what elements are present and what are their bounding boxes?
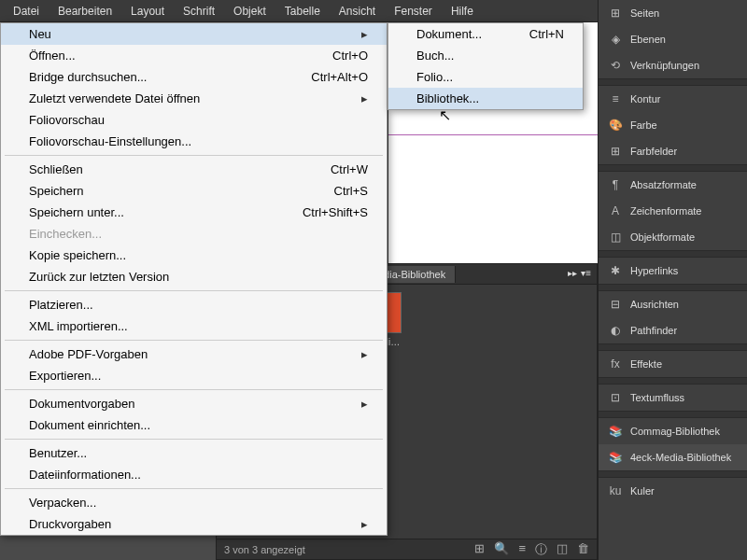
- panel-label: Kontur: [630, 93, 660, 105]
- panel-item-Kontur[interactable]: ≡Kontur: [599, 86, 747, 112]
- panel-icon: ⟲: [608, 58, 623, 73]
- library-footer: 3 von 3 angezeigt ⊞ 🔍 ≡ ⓘ ◫ 🗑: [217, 539, 597, 559]
- panel-label: Kuler: [630, 485, 655, 497]
- menu-bearbeiten[interactable]: Bearbeiten: [49, 1, 121, 21]
- panel-item-Pathfinder[interactable]: ◐Pathfinder: [599, 317, 747, 343]
- library-count: 3 von 3 angezeigt: [224, 544, 305, 555]
- file-menu-item-20[interactable]: Dokumentvorgaben▸: [1, 393, 387, 414]
- file-menu-item-1[interactable]: Öffnen...Ctrl+O: [1, 45, 387, 66]
- file-menu-item-24[interactable]: Dateiinformationen...: [1, 464, 387, 485]
- menu-schrift[interactable]: Schrift: [174, 1, 224, 21]
- panel-icon: ¶: [608, 177, 623, 192]
- file-menu-item-4[interactable]: Foliovorschau: [1, 109, 387, 131]
- panel-icon: A: [608, 203, 623, 218]
- panel-icon: ku: [608, 483, 623, 498]
- panel-label: Effekte: [630, 358, 662, 370]
- panel-item-Ebenen[interactable]: ◈Ebenen: [599, 26, 747, 52]
- file-menu-item-3[interactable]: Zuletzt verwendete Datei öffnen▸: [1, 88, 387, 109]
- panel-icon: 📚: [608, 450, 623, 465]
- panel-label: Verknüpfungen: [630, 60, 699, 71]
- tab-menu-icon[interactable]: ▾≡: [581, 268, 591, 278]
- panel-label: Hyperlinks: [630, 265, 678, 276]
- panel-item-Effekte[interactable]: fxEffekte: [599, 351, 747, 377]
- file-menu-dropdown: Neu▸Öffnen...Ctrl+OBridge durchsuchen...…: [0, 22, 388, 536]
- panel-item-Absatzformate[interactable]: ¶Absatzformate: [599, 172, 747, 198]
- menu-layout[interactable]: Layout: [121, 1, 174, 21]
- neu-submenu-item-3[interactable]: Bibliothek...: [388, 88, 583, 109]
- library-delete-icon[interactable]: 🗑: [577, 541, 589, 558]
- panel-icon: ◈: [608, 32, 623, 47]
- right-panels: ⊞Seiten◈Ebenen⟲Verknüpfungen≡Kontur🎨Farb…: [598, 0, 747, 560]
- panel-icon: 📚: [608, 424, 623, 439]
- file-menu-item-14[interactable]: Platzieren...: [1, 294, 387, 315]
- file-menu-item-5[interactable]: Foliovorschau-Einstellungen...: [1, 131, 387, 152]
- library-search-icon[interactable]: 🔍: [494, 541, 509, 558]
- neu-submenu-item-1[interactable]: Buch...: [388, 45, 583, 66]
- panel-item-Objektformate[interactable]: ◫Objektformate: [599, 224, 747, 250]
- panel-item-Commag-Bibliothek[interactable]: 📚Commag-Bibliothek: [599, 418, 747, 444]
- file-menu-item-17[interactable]: Adobe PDF-Vorgaben▸: [1, 343, 387, 365]
- file-menu-item-10: Einchecken...: [1, 223, 387, 245]
- horizontal-guide: [388, 134, 598, 135]
- menu-objekt[interactable]: Objekt: [224, 1, 275, 21]
- panel-icon: ⊡: [608, 390, 623, 405]
- menu-hilfe[interactable]: Hilfe: [442, 1, 483, 21]
- panel-label: Seiten: [630, 7, 659, 19]
- panel-label: Commag-Bibliothek: [630, 426, 720, 437]
- neu-submenu-item-2[interactable]: Folio...: [388, 66, 583, 88]
- panel-item-4eck-Media-Bibliothek[interactable]: 📚4eck-Media-Bibliothek: [599, 444, 747, 470]
- panel-item-Zeichenformate[interactable]: AZeichenformate: [599, 198, 747, 224]
- file-menu-item-18[interactable]: Exportieren...: [1, 365, 387, 386]
- menu-tabelle[interactable]: Tabelle: [275, 1, 330, 21]
- file-menu-item-7[interactable]: SchließenCtrl+W: [1, 159, 387, 180]
- panel-icon: ≡: [608, 91, 623, 106]
- panel-item-Kuler[interactable]: kuKuler: [599, 478, 747, 504]
- panel-icon: ⊞: [608, 144, 623, 159]
- file-menu-item-8[interactable]: SpeichernCtrl+S: [1, 180, 387, 202]
- panel-label: Farbfelder: [630, 146, 677, 157]
- panel-item-Textumfluss[interactable]: ⊡Textumfluss: [599, 385, 747, 411]
- neu-submenu: Dokument...Ctrl+NBuch...Folio...Biblioth…: [388, 22, 584, 110]
- panel-icon: ⊞: [608, 6, 623, 21]
- panel-label: Zeichenformate: [630, 205, 701, 217]
- library-list-view-icon[interactable]: ≡: [518, 541, 526, 558]
- file-menu-item-2[interactable]: Bridge durchsuchen...Ctrl+Alt+O: [1, 66, 387, 88]
- menu-ansicht[interactable]: Ansicht: [330, 1, 385, 21]
- panel-item-Farbe[interactable]: 🎨Farbe: [599, 112, 747, 138]
- library-thumb-view-icon[interactable]: ⊞: [474, 541, 485, 558]
- panel-label: Pathfinder: [630, 325, 677, 336]
- file-menu-item-12[interactable]: Zurück zur letzten Version: [1, 266, 387, 287]
- panel-item-Hyperlinks[interactable]: ✱Hyperlinks: [599, 258, 747, 284]
- panel-icon: ✱: [608, 263, 623, 278]
- file-menu-item-11[interactable]: Kopie speichern...: [1, 245, 387, 266]
- panel-label: 4eck-Media-Bibliothek: [630, 452, 731, 463]
- panel-label: Objektformate: [630, 231, 695, 243]
- file-menu-item-21[interactable]: Dokument einrichten...: [1, 414, 387, 436]
- panel-label: Ebenen: [630, 34, 666, 45]
- panel-label: Absatzformate: [630, 179, 697, 190]
- file-menu-item-0[interactable]: Neu▸: [1, 23, 387, 45]
- file-menu-item-27[interactable]: Druckvorgaben▸: [1, 513, 387, 535]
- panel-item-Farbfelder[interactable]: ⊞Farbfelder: [599, 138, 747, 164]
- panel-icon: 🎨: [608, 118, 623, 133]
- menu-datei[interactable]: Datei: [4, 1, 49, 21]
- tab-expand-icon[interactable]: ▸▸: [568, 268, 577, 278]
- library-info-icon[interactable]: ⓘ: [535, 541, 547, 558]
- file-menu-item-26[interactable]: Verpacken...: [1, 492, 387, 513]
- panel-icon: ◫: [608, 230, 623, 245]
- neu-submenu-item-0[interactable]: Dokument...Ctrl+N: [388, 23, 583, 45]
- panel-item-Verknüpfungen[interactable]: ⟲Verknüpfungen: [599, 52, 747, 78]
- panel-icon: ⊟: [608, 297, 623, 312]
- panel-item-Seiten[interactable]: ⊞Seiten: [599, 0, 747, 26]
- file-menu-item-23[interactable]: Benutzer...: [1, 442, 387, 464]
- menu-fenster[interactable]: Fenster: [385, 1, 442, 21]
- panel-icon: ◐: [608, 323, 623, 338]
- panel-label: Ausrichten: [630, 299, 679, 310]
- file-menu-item-15[interactable]: XML importieren...: [1, 315, 387, 337]
- panel-icon: fx: [608, 357, 623, 371]
- panel-label: Textumfluss: [630, 392, 684, 403]
- panel-label: Farbe: [630, 119, 657, 131]
- library-new-icon[interactable]: ◫: [557, 541, 568, 558]
- panel-item-Ausrichten[interactable]: ⊟Ausrichten: [599, 291, 747, 317]
- file-menu-item-9[interactable]: Speichern unter...Ctrl+Shift+S: [1, 202, 387, 223]
